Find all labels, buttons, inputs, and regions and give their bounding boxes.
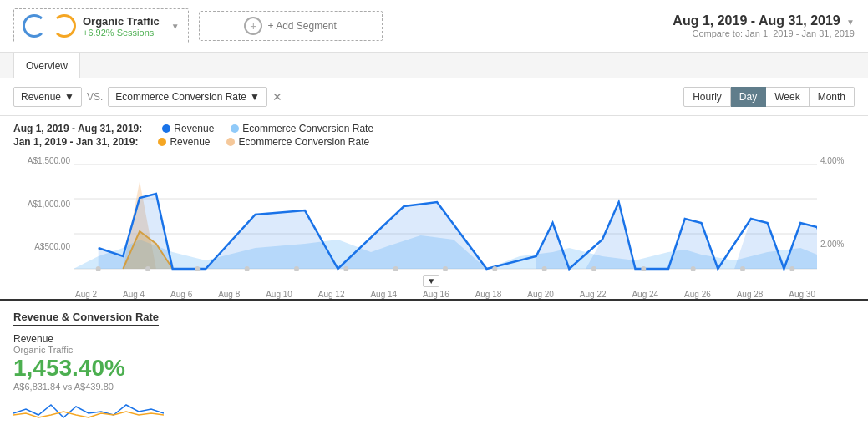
legend-row1-date: Aug 1, 2019 - Aug 31, 2019: — [13, 123, 142, 134]
x-label-5: Aug 12 — [318, 290, 345, 299]
circle-icon-right — [53, 14, 76, 38]
x-label-6: Aug 14 — [370, 290, 397, 299]
circle-icon-left — [23, 14, 46, 38]
legend-jan-conversion-label: Ecommerce Conversion Rate — [238, 136, 369, 148]
aug-revenue-area-2 — [206, 210, 338, 269]
chart-dropdown-button[interactable]: ▼ — [423, 275, 439, 287]
metric2-arrow-icon: ▼ — [250, 91, 260, 103]
metric1-arrow-icon: ▼ — [64, 91, 74, 103]
x-dot-6 — [393, 266, 398, 271]
remove-comparison-button[interactable]: ✕ — [272, 90, 282, 104]
metric-compare: A$6,831.84 vs A$439.80 — [13, 382, 164, 392]
segment-left: Organic Traffic +6.92% Sessions ▼ + + Ad… — [13, 8, 383, 43]
vs-label: VS. — [87, 91, 103, 103]
add-segment-label: + Add Segment — [267, 20, 336, 32]
x-label-9: Aug 20 — [527, 290, 554, 299]
jan-revenue-dot — [158, 138, 166, 146]
x-dot-10 — [591, 266, 596, 271]
organic-traffic-info: Organic Traffic +6.92% Sessions — [83, 15, 160, 38]
x-axis-labels: Aug 2 Aug 4 Aug 6 Aug 8 Aug 10 Aug 12 Au… — [74, 290, 817, 299]
metric1-dropdown[interactable]: Revenue ▼ — [13, 87, 82, 107]
y-left-label-1: A$1,000.00 — [13, 200, 70, 209]
x-label-14: Aug 30 — [789, 290, 815, 299]
metric-block: Revenue Organic Traffic 1,453.40% A$6,83… — [13, 333, 164, 424]
sparkline-aug-line — [13, 405, 164, 417]
time-btn-week[interactable]: Week — [766, 87, 809, 107]
metric-value: 1,453.40% — [13, 355, 164, 382]
header: Organic Traffic +6.92% Sessions ▼ + + Ad… — [0, 0, 868, 53]
y-left-label-0: A$1,500.00 — [13, 156, 70, 165]
legend-row2-date: Jan 1, 2019 - Jan 31, 2019: — [13, 136, 138, 148]
aug-conversion-dot — [231, 124, 239, 133]
x-dot-4 — [294, 266, 299, 271]
organic-sessions-badge: +6.92% Sessions — [83, 28, 160, 38]
tab-overview[interactable]: Overview — [13, 53, 80, 78]
organic-traffic-dropdown[interactable]: ▼ — [171, 22, 180, 31]
legend-jan-revenue-label: Revenue — [170, 136, 210, 148]
y-left-label-2: A$500.00 — [13, 242, 70, 251]
x-label-0: Aug 2 — [75, 290, 97, 299]
date-dropdown-arrow[interactable]: ▼ — [846, 18, 855, 27]
x-dot-5 — [343, 266, 348, 271]
bottom-section-title: Revenue & Conversion Rate — [13, 311, 159, 326]
metric-label: Revenue — [13, 333, 164, 345]
x-label-10: Aug 22 — [580, 290, 607, 299]
legend-row-2: Jan 1, 2019 - Jan 31, 2019: Revenue Ecom… — [13, 136, 855, 148]
x-dot-12 — [691, 266, 696, 271]
add-segment-button[interactable]: + + Add Segment — [199, 11, 383, 41]
bottom-metrics: Revenue Organic Traffic 1,453.40% A$6,83… — [13, 333, 855, 424]
x-dot-8 — [492, 266, 497, 271]
x-label-8: Aug 18 — [475, 290, 502, 299]
metric-sublabel: Organic Traffic — [13, 345, 164, 355]
main-chart-svg — [74, 156, 817, 286]
legend-aug-revenue-label: Revenue — [174, 123, 214, 134]
legend-aug-conversion-label: Ecommerce Conversion Rate — [242, 123, 373, 134]
x-dot-1 — [145, 266, 150, 271]
sparkline-svg — [13, 397, 164, 422]
x-label-7: Aug 16 — [423, 290, 449, 299]
add-segment-plus-icon: + — [244, 17, 262, 35]
y-axis-right: 4.00% 2.00% — [817, 156, 855, 286]
tabs-bar: Overview — [0, 53, 868, 78]
y-right-label-2: 2.00% — [820, 240, 855, 249]
chart-area: A$1,500.00 A$1,000.00 A$500.00 — [13, 156, 855, 299]
chart-svg-container: Aug 2 Aug 4 Aug 6 Aug 8 Aug 10 Aug 12 Au… — [74, 156, 817, 299]
date-range: Aug 1, 2019 - Aug 31, 2019 ▼ Compare to:… — [673, 13, 855, 38]
chart-inner: A$1,500.00 A$1,000.00 A$500.00 — [13, 156, 855, 299]
x-label-1: Aug 4 — [123, 290, 145, 299]
aug-revenue-dot — [162, 124, 170, 133]
time-btn-hourly[interactable]: Hourly — [683, 87, 731, 107]
legend-aug-revenue: Revenue — [162, 123, 214, 134]
time-buttons: Hourly Day Week Month — [683, 87, 855, 107]
x-dot-2 — [195, 266, 200, 271]
organic-traffic-segment[interactable]: Organic Traffic +6.92% Sessions ▼ — [13, 8, 189, 43]
x-dot-13 — [740, 266, 745, 271]
time-btn-month[interactable]: Month — [810, 87, 855, 107]
sparkline-jan-line — [13, 412, 164, 417]
legend-row-1: Aug 1, 2019 - Aug 31, 2019: Revenue Ecom… — [13, 123, 855, 134]
metric2-dropdown[interactable]: Ecommerce Conversion Rate ▼ — [108, 87, 267, 107]
metric2-label: Ecommerce Conversion Rate — [115, 91, 246, 103]
controls-left: Revenue ▼ VS. Ecommerce Conversion Rate … — [13, 87, 282, 107]
x-dot-11 — [641, 266, 646, 271]
date-compare: Compare to: Jan 1, 2019 - Jan 31, 2019 — [673, 28, 855, 38]
controls-bar: Revenue ▼ VS. Ecommerce Conversion Rate … — [0, 78, 868, 116]
jan-conversion-dot — [226, 138, 235, 146]
legend-jan-conversion: Ecommerce Conversion Rate — [226, 136, 369, 148]
legend-jan-revenue: Revenue — [158, 136, 210, 148]
x-label-4: Aug 10 — [266, 290, 292, 299]
x-dot-14 — [789, 266, 794, 271]
x-dot-0 — [96, 266, 101, 271]
bottom-section: Revenue & Conversion Rate Revenue Organi… — [0, 299, 868, 434]
legend-aug-conversion: Ecommerce Conversion Rate — [231, 123, 373, 134]
x-label-3: Aug 8 — [218, 290, 240, 299]
aug-revenue-area-7 — [734, 219, 784, 269]
x-label-11: Aug 24 — [632, 290, 658, 299]
y-right-label-0: 4.00% — [820, 156, 855, 165]
time-btn-day[interactable]: Day — [731, 87, 766, 107]
y-axis-left: A$1,500.00 A$1,000.00 A$500.00 — [13, 156, 74, 286]
x-label-12: Aug 26 — [684, 290, 711, 299]
legend-area: Aug 1, 2019 - Aug 31, 2019: Revenue Ecom… — [0, 116, 868, 156]
x-dot-9 — [542, 266, 547, 271]
x-label-13: Aug 28 — [737, 290, 764, 299]
